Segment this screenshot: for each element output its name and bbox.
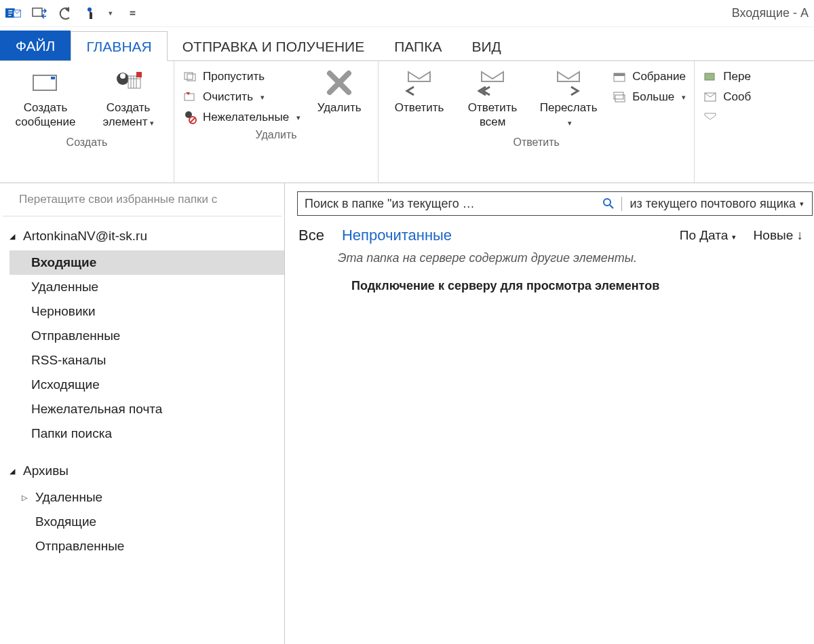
ribbon: Создать сообщение Создать элемент Создат… [0,61,814,183]
connect-note[interactable]: Подключение к серверу для просмотра элем… [297,279,814,293]
meeting-icon [612,69,627,84]
touch-mode-icon[interactable] [83,5,99,22]
svg-rect-5 [51,77,55,79]
folder-inbox[interactable]: Входящие [9,250,284,275]
cleanup-icon [182,90,197,105]
cleanup-button[interactable]: Очистить [182,90,301,105]
svg-point-3 [88,7,92,12]
title-bar: ▾ 〓 Входящие - A [0,0,814,27]
envelope-icon [703,110,718,125]
svg-rect-2 [33,8,42,16]
svg-rect-8 [128,76,140,88]
expand-icon: ◢ [9,232,19,241]
folder-sent[interactable]: Отправленные [9,324,284,348]
filter-unread[interactable]: Непрочитанные [342,227,452,244]
tab-view[interactable]: ВИД [457,32,516,60]
svg-rect-17 [614,73,625,76]
ignore-button[interactable]: Пропустить [182,69,301,84]
forward-icon [554,69,583,96]
ribbon-group-quicksteps: Пере Сооб [695,61,759,183]
folder-outbox[interactable]: Исходящие [9,373,284,397]
ribbon-group-delete-label: Удалить [256,125,297,141]
reply-all-button[interactable]: Ответить всем [460,67,525,132]
meeting-button[interactable]: Собрание [612,69,686,84]
tab-file[interactable]: ФАЙЛ [0,31,71,60]
quickstep-move[interactable]: Пере [703,69,751,84]
junk-button[interactable]: Нежелательные [182,110,301,125]
archive-folder-sent[interactable]: Отправленные [9,534,284,558]
arrow-down-icon: ↓ [797,228,804,242]
archive-folder-deleted[interactable]: ▷ Удаленные [9,485,284,510]
new-email-icon [31,69,60,96]
ignore-icon [182,69,197,84]
delete-icon [324,69,354,96]
new-item-icon [113,69,143,96]
search-icon [602,197,615,210]
ribbon-group-create-label: Создать [66,132,108,149]
ribbon-group-respond-label: Ответить [513,132,560,149]
filter-bar: Все Непрочитанные По Дата ▾ Новые ↓ [297,216,814,248]
svg-line-15 [190,117,195,123]
reply-all-icon [478,69,507,96]
chevron-down-icon: ▾ [732,233,736,241]
server-note: Эта папка на сервере содержит другие эле… [297,248,814,279]
folder-search[interactable]: Папки поиска [9,421,284,446]
svg-line-23 [610,205,613,208]
ribbon-tabs: ФАЙЛ ГЛАВНАЯ ОТПРАВКА И ПОЛУЧЕНИЕ ПАПКА … [0,27,814,61]
svg-rect-9 [136,72,142,77]
reply-button[interactable]: Ответить [387,67,452,117]
tab-send-receive[interactable]: ОТПРАВКА И ПОЛУЧЕНИЕ [168,32,379,60]
svg-point-22 [604,199,610,206]
search-scope-dropdown[interactable]: из текущего почтового ящика ▾ [621,197,812,211]
more-icon [612,90,627,105]
sort-order-toggle[interactable]: Новые ↓ [754,228,803,243]
svg-point-7 [120,73,125,79]
send-receive-icon[interactable] [31,5,47,22]
message-icon [703,90,718,105]
new-item-button[interactable]: Создать элемент [91,67,166,132]
junk-icon [182,110,197,125]
chevron-down-icon: ▾ [800,200,804,208]
expand-icon: ◢ [9,467,19,476]
search-bar: Поиск в папке "из текущего … из текущего… [297,191,813,216]
folder-junk[interactable]: Нежелательная почта [9,397,284,421]
favorites-hint: Перетащите свои избранные папки с [0,193,284,216]
ribbon-group-delete: Пропустить Очистить Нежелательные Удалит… [174,61,379,183]
ribbon-group-create: Создать сообщение Создать элемент Создат… [0,61,174,183]
account-node[interactable]: ◢ ArtonkinaNV@it-sk.ru [9,226,284,250]
delete-button[interactable]: Удалить [309,67,370,117]
archives-node[interactable]: ◢ Архивы [9,461,284,485]
new-email-button[interactable]: Создать сообщение [8,67,83,132]
more-respond-button[interactable]: Больше [612,90,686,105]
quickstep-message[interactable]: Сооб [703,90,751,105]
svg-rect-12 [185,94,194,100]
message-list-pane: Поиск в папке "из текущего … из текущего… [285,183,814,644]
qat-customize-icon[interactable]: ▾ [109,9,113,18]
folder-rss[interactable]: RSS-каналы [9,348,284,373]
undo-icon[interactable] [57,5,73,22]
move-icon [703,69,718,84]
archive-folder-inbox[interactable]: Входящие [9,510,284,534]
folder-pane: Перетащите свои избранные папки с ◢ Arto… [0,183,285,644]
folder-deleted[interactable]: Удаленные [9,275,284,299]
window-title: Входящие - A [732,6,809,20]
forward-button[interactable]: Переслать [533,67,604,130]
quickstep-extra[interactable] [703,110,751,125]
qat-overflow-icon[interactable]: 〓 [129,8,136,18]
svg-rect-20 [705,73,714,80]
outlook-logo-icon [5,5,22,22]
tab-home[interactable]: ГЛАВНАЯ [71,31,167,61]
divider [3,216,282,216]
tab-folder[interactable]: ПАПКА [379,32,457,60]
search-input[interactable]: Поиск в папке "из текущего … [298,197,621,211]
sort-by-dropdown[interactable]: По Дата ▾ [680,228,736,243]
collapse-icon: ▷ [22,493,31,502]
quick-access-toolbar: ▾ 〓 [5,5,136,22]
ribbon-group-respond: Ответить Ответить всем Переслать Собрани… [379,61,695,183]
main: Перетащите свои избранные папки с ◢ Arto… [0,183,814,644]
filter-all[interactable]: Все [298,227,324,244]
reply-icon [404,69,434,96]
folder-drafts[interactable]: Черновики [9,299,284,324]
